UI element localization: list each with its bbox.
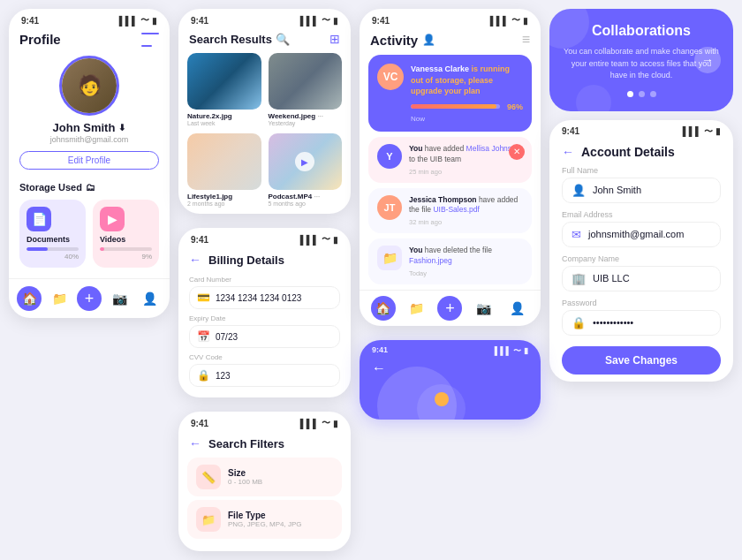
filename-3: Podcast.MP4 ···: [269, 193, 343, 201]
act-nav-add[interactable]: +: [437, 296, 462, 321]
back-arrow-billing[interactable]: ←: [189, 253, 201, 267]
password-value: ••••••••••••: [593, 317, 633, 328]
search-item-3[interactable]: ▶ Podcast.MP4 ··· 5 months ago: [269, 133, 343, 207]
card-number-label: Card Number: [189, 276, 340, 284]
account-field-password: Password 🔒 ••••••••••••: [549, 295, 733, 339]
search-item-0[interactable]: Nature.2x.jpg Last week: [187, 53, 261, 126]
password-input[interactable]: 🔒 ••••••••••••: [562, 310, 721, 336]
team-text: You have added Mellisa Johnson to the UI…: [409, 144, 523, 165]
status-icons-account: ▌▌▌ 〜 ▮: [683, 125, 721, 138]
edit-profile-button[interactable]: Edit Profile: [19, 151, 159, 170]
billing-header: ← Billing Details: [178, 247, 351, 270]
wifi-search: 〜: [322, 14, 330, 26]
collab-dot-0[interactable]: [627, 91, 633, 97]
signal-icon: ▌▌▌: [119, 16, 138, 26]
filetype-icon: 📁: [196, 507, 221, 532]
nav-camera[interactable]: 📷: [107, 286, 132, 311]
play-icon: ▶: [295, 152, 314, 171]
email-value: johnsmith@gmail.com: [588, 229, 684, 239]
act-time-delete: Today: [409, 269, 523, 277]
act-text-team: You have added Mellisa Johnson to the UI…: [409, 144, 523, 176]
status-bar-search: 9:41 ▌▌▌ 〜 ▮: [178, 9, 351, 28]
collab-dot-1[interactable]: [639, 91, 645, 97]
act-nav-user[interactable]: 👤: [504, 296, 529, 321]
filter-size-text: Size 0 - 100 MB: [228, 468, 262, 486]
nav-add[interactable]: +: [77, 286, 102, 311]
storage-icon: 🗂: [86, 182, 95, 193]
filters-card: 9:41 ▌▌▌ 〜 ▮ ← Search Filters 📏 Size 0 -…: [178, 412, 351, 551]
account-title: Account Details: [581, 145, 675, 159]
filter-size[interactable]: 📏 Size 0 - 100 MB: [187, 458, 342, 496]
vids-bar-fill: [100, 247, 104, 251]
docs-bar-fill: [26, 247, 48, 251]
name-label: Full Name: [562, 166, 721, 175]
filter-filetype[interactable]: 📁 File Type PNG, JPEG, MP4, JPG: [187, 500, 342, 539]
collab-arrow-button[interactable]: →: [694, 47, 721, 73]
collab-dot-2[interactable]: [650, 91, 656, 97]
card-number-input[interactable]: 💳 1234 1234 1234 0123: [189, 286, 340, 309]
alert-bar-row: 96%: [411, 102, 523, 111]
vids-label: Videos: [100, 235, 152, 244]
delete-text: You have deleted the file Fashion.jpeg: [409, 246, 523, 267]
name-value: John Smith: [593, 185, 641, 195]
expiry-input[interactable]: 📅 07/23: [189, 325, 340, 348]
dismiss-button[interactable]: ✕: [509, 144, 525, 160]
company-input[interactable]: 🏢 UIB LLC: [562, 266, 721, 291]
activity-title: Activity 👤: [370, 33, 435, 48]
back-arrow-account[interactable]: ←: [562, 145, 574, 159]
alert-content: VC Vanessa Clarke is running out of stor…: [377, 64, 523, 123]
grid-toggle[interactable]: ⊞: [329, 32, 340, 46]
activity-menu-icon[interactable]: ≡: [522, 32, 530, 48]
alert-text-block: Vanessa Clarke is running out of storage…: [411, 64, 523, 123]
email-input[interactable]: ✉ johnsmith@gmail.com: [562, 222, 721, 247]
storage-cards: 📄 Documents 40% ▶ Videos 9%: [19, 200, 159, 268]
account-header: ← Account Details: [549, 140, 733, 163]
email-label: Email Address: [562, 210, 721, 219]
profile-card: 9:41 ▌▌▌ 〜 ▮ Profile 🧑 John Smith ⬇ john…: [9, 9, 170, 318]
cvv-input[interactable]: 🔒 123: [189, 364, 340, 387]
size-label: Size: [228, 468, 262, 478]
search-item-2[interactable]: Lifestyle1.jpg 2 months ago: [187, 133, 261, 207]
filename-2: Lifestyle1.jpg: [187, 193, 261, 201]
battery-icon: ▮: [152, 16, 157, 26]
collab-decor2: [576, 85, 611, 111]
nav-files[interactable]: 📁: [47, 286, 72, 311]
size-sub: 0 - 100 MB: [228, 478, 262, 486]
company-icon: 🏢: [572, 272, 586, 285]
time-billing: 9:41: [191, 235, 208, 245]
act-avatar-you1: Y: [377, 144, 402, 169]
password-label: Password: [562, 299, 721, 307]
time-search: 9:41: [191, 16, 208, 26]
nav-home[interactable]: 🏠: [17, 286, 42, 311]
billing-card-number-field: Card Number 💳 1234 1234 1234 0123: [189, 276, 340, 309]
search-item-1[interactable]: Weekend.jpeg ··· Yesterday: [269, 53, 343, 126]
save-button[interactable]: Save Changes: [562, 346, 721, 375]
billing-card: 9:41 ▌▌▌ 〜 ▮ ← Billing Details Card Numb…: [178, 228, 351, 397]
curved-back[interactable]: ←: [360, 357, 541, 380]
activity-alert: VC Vanessa Clarke is running out of stor…: [368, 55, 532, 132]
curved-status: 9:41 ▌▌▌ 〜 ▮: [360, 340, 541, 357]
back-arrow-filters[interactable]: ←: [189, 436, 201, 450]
act-nav-files[interactable]: 📁: [405, 296, 429, 321]
profile-header: Profile: [9, 28, 170, 50]
lock-icon-account: 🔒: [572, 316, 586, 329]
alert-bar-fill: [411, 104, 496, 109]
status-icons: ▌▌▌ 〜 ▮: [119, 14, 157, 26]
filename-0: Nature.2x.jpg: [187, 112, 261, 120]
profile-name: John Smith ⬇: [53, 121, 126, 134]
name-input[interactable]: 👤 John Smith: [562, 178, 721, 203]
act-avatar-jessica: JT: [377, 195, 402, 220]
time-filters: 9:41: [191, 419, 208, 428]
docs-bar: [26, 247, 79, 251]
menu-icon[interactable]: [141, 33, 159, 47]
filedate-2: 2 months ago: [187, 201, 261, 207]
status-bar-account: 9:41 ▌▌▌ 〜 ▮: [549, 120, 733, 140]
act-nav-home[interactable]: 🏠: [371, 296, 396, 321]
thumb-aerial: [187, 53, 261, 110]
filedate-3: 5 months ago: [269, 201, 343, 207]
person-icon: 👤: [422, 34, 435, 46]
nav-user[interactable]: 👤: [137, 286, 162, 311]
act-nav-camera[interactable]: 📷: [471, 296, 496, 321]
avatar: 🧑: [62, 58, 117, 113]
filename-1: Weekend.jpeg ···: [269, 112, 343, 120]
